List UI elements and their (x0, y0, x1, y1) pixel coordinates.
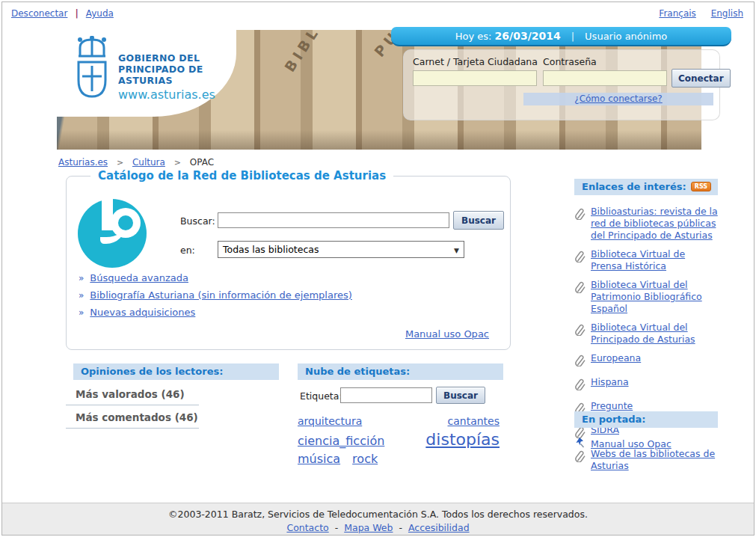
list-item: Biblioteca Virtual de Prensa Histórica (574, 248, 718, 272)
header: BIBLIOTECA PUBLICA (2, 25, 754, 152)
date-bar-separator: | (571, 31, 574, 42)
most-commented-item[interactable]: Más comentados (46) (66, 405, 199, 429)
paperclip-icon (574, 448, 591, 472)
sidebar-link-europeana[interactable]: Europeana (591, 352, 641, 369)
sidebar-link-patrimonio-bibliografico[interactable]: Biblioteca Virtual del Patrimonio Biblio… (591, 279, 718, 315)
breadcrumb-cultura[interactable]: Cultura (132, 157, 165, 168)
contact-link[interactable]: Contacto (286, 522, 328, 533)
most-rated-item[interactable]: Más valorados (46) (66, 382, 199, 405)
double-chevron-icon (79, 290, 84, 301)
search-button[interactable]: Buscar (453, 211, 504, 230)
language-french-link[interactable]: Français (659, 8, 695, 19)
tag-link[interactable]: cantantes (448, 415, 500, 427)
tag-label: Etiqueta: (300, 390, 342, 402)
tag-link[interactable]: rock (352, 452, 378, 466)
quick-links: Búsqueda avanzada Bibliografía Asturiana… (79, 272, 352, 324)
tag-link[interactable]: arquitectura (298, 415, 362, 427)
language-english-link[interactable]: English (711, 8, 743, 19)
current-date: 26/03/2014 (495, 30, 561, 42)
sidebar-link-webs-bibliotecas[interactable]: Webs de las bibliotecas de Asturias (591, 448, 718, 472)
accessibility-link[interactable]: Accesibilidad (408, 522, 470, 533)
breadcrumb-separator: > (117, 158, 123, 168)
tag-cloud: arquitectura cantantes ciencia_ficción d… (298, 415, 500, 469)
sidebar-link-hispana[interactable]: Hispana (591, 376, 629, 393)
paperclip-icon (574, 352, 591, 369)
opinions-list: Más valorados (46) Más comentados (46) (66, 382, 199, 429)
catalog-panel: Catálogo de la Red de Bibliotecas de Ast… (66, 176, 511, 350)
library-select[interactable]: Todas las bibliotecas (218, 241, 464, 258)
how-to-connect-strip: ¿Cómo conectarse? (523, 93, 713, 105)
top-nav: Desconectar|Ayuda Français English (2, 2, 754, 25)
date-label: Hoy es: (455, 31, 492, 42)
paperclip-icon (574, 248, 591, 272)
links-of-interest-title: Enlaces de interés: (582, 181, 686, 192)
breadcrumb: Asturias.es > Cultura > OPAC (58, 157, 214, 168)
footer-separator: - (335, 522, 339, 533)
header-photo-caption: BIBLIOTECA (281, 30, 366, 75)
list-item: Manual uso Opac (574, 437, 672, 450)
tag-input[interactable] (340, 387, 432, 403)
tag-cloud-header: Nube de etiquetas: (298, 363, 503, 380)
search-label: Buscar: (180, 215, 215, 227)
paperclip-icon (574, 322, 591, 346)
list-item: Biblioasturias: revista de la red de bib… (574, 206, 718, 242)
tag-link[interactable]: ciencia_ficción (298, 434, 384, 448)
password-input[interactable] (543, 70, 667, 86)
front-page-header: En portada: (574, 411, 718, 428)
disconnect-link[interactable]: Desconectar (11, 8, 67, 19)
search-input[interactable] (218, 212, 449, 228)
gov-url-link[interactable]: www.asturias.es (118, 88, 236, 102)
paperclip-icon (574, 206, 591, 242)
double-chevron-icon (79, 273, 84, 283)
card-label: Carnet / Tarjeta Ciudadana (413, 56, 538, 67)
card-input[interactable] (413, 70, 537, 86)
sidebar-link-biblioasturias[interactable]: Biblioasturias: revista de la red de bib… (591, 206, 718, 242)
gov-name-line1: GOBIERNO DEL (118, 52, 236, 64)
tag-link[interactable]: música (298, 452, 340, 466)
login-panel: Carnet / Tarjeta Ciudadana Contraseña Co… (403, 49, 720, 120)
list-item: Europeana (574, 352, 718, 369)
new-acquisitions-link[interactable]: Nuevas adquisiciones (90, 307, 195, 318)
copyright-text: ©2003-2011 Baratz, Servicios de Teledocu… (2, 509, 754, 520)
page: Desconectar|Ayuda Français English BIBLI… (1, 1, 755, 536)
paperclip-icon (574, 376, 591, 393)
footer: ©2003-2011 Baratz, Servicios de Teledocu… (2, 503, 754, 535)
tag-search-button[interactable]: Buscar (436, 387, 485, 404)
tag-link[interactable]: distopías (425, 430, 500, 449)
list-item: Biblioteca Virtual del Principado de Ast… (574, 322, 718, 346)
sidebar-link-biblioteca-virtual-asturias[interactable]: Biblioteca Virtual del Principado de Ast… (591, 322, 718, 346)
library-select-value: Todas las bibliotecas (223, 244, 454, 255)
gov-name-line2: PRINCIPADO DE ASTURIAS (118, 64, 236, 86)
breadcrumb-current: OPAC (190, 157, 214, 168)
user-status: Usuario anónimo (585, 31, 667, 42)
front-page-manual-link[interactable]: Manual uso Opac (591, 438, 672, 449)
footer-separator: - (399, 522, 402, 533)
how-to-connect-link[interactable]: ¿Cómo conectarse? (574, 93, 662, 104)
advanced-search-link[interactable]: Búsqueda avanzada (90, 272, 188, 283)
password-label: Contraseña (543, 56, 597, 67)
rss-icon[interactable]: RSS (691, 182, 711, 191)
help-link[interactable]: Ayuda (86, 8, 114, 19)
opac-manual-link[interactable]: Manual uso Opac (405, 328, 489, 340)
opac-b-logo-icon (78, 191, 153, 266)
opinions-header: Opiniones de los lectores: (73, 363, 279, 380)
list-item: Hispana (574, 376, 718, 393)
sitemap-link[interactable]: Mapa Web (344, 522, 393, 533)
breadcrumb-separator: > (174, 158, 181, 168)
sidebar-link-prensa-historica[interactable]: Biblioteca Virtual de Prensa Histórica (591, 248, 718, 272)
page-title: Catálogo de la Red de Bibliotecas de Ast… (90, 169, 393, 182)
list-item: Webs de las bibliotecas de Asturias (574, 448, 718, 472)
in-label: en: (180, 245, 195, 256)
pushpin-icon (574, 437, 585, 450)
top-nav-separator: | (75, 8, 78, 19)
asturias-crest-icon (72, 36, 112, 103)
list-item: Biblioteca Virtual del Patrimonio Biblio… (574, 279, 718, 315)
asturian-bibliography-link[interactable]: Bibliografía Asturiana (sin información … (90, 289, 352, 301)
connect-button[interactable]: Conectar (672, 69, 731, 88)
date-bar: Hoy es: 26/03/2014 | Usuario anónimo (391, 27, 731, 46)
chevron-down-icon (454, 244, 459, 255)
breadcrumb-asturias[interactable]: Asturias.es (58, 157, 108, 168)
double-chevron-icon (79, 307, 84, 318)
paperclip-icon (574, 279, 591, 315)
links-of-interest-header: Enlaces de interés:RSS (574, 179, 718, 195)
